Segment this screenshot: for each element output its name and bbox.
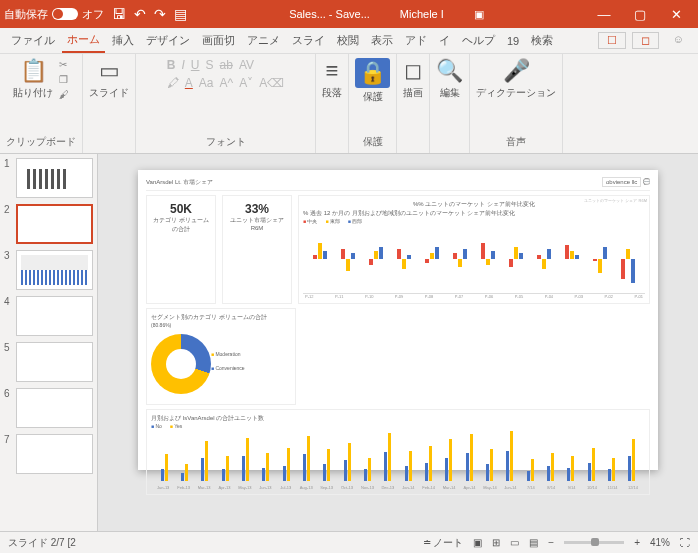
close-button[interactable]: ✕ bbox=[658, 7, 694, 22]
kpi-share: 33% ユニット市場シェア R6M bbox=[222, 195, 292, 304]
thumb-3[interactable]: 3 bbox=[4, 250, 93, 290]
tab-design[interactable]: デザイン bbox=[141, 29, 195, 52]
bold-button[interactable]: B bbox=[167, 58, 176, 72]
thumb-7[interactable]: 7 bbox=[4, 434, 93, 474]
editing-label: 編集 bbox=[440, 86, 460, 100]
ribbon-tabs: ファイル ホーム 挿入 デザイン 画面切 アニメ スライ 校閲 表示 アド イ … bbox=[0, 28, 698, 54]
save-icon[interactable]: 🖫 bbox=[112, 6, 126, 22]
tab-view[interactable]: 表示 bbox=[366, 29, 398, 52]
share-button[interactable]: ☐ bbox=[598, 32, 626, 49]
group-clipboard: 📋 貼り付け ✂ ❐ 🖌 クリップボード bbox=[0, 54, 83, 153]
grow-font-button[interactable]: A^ bbox=[220, 76, 234, 90]
tab-review[interactable]: 校閲 bbox=[332, 29, 364, 52]
italic-button[interactable]: I bbox=[181, 58, 184, 72]
underline-button[interactable]: U bbox=[191, 58, 200, 72]
new-slide-button[interactable]: ▭ スライド bbox=[89, 58, 129, 100]
group-paragraph: ≡ 段落 bbox=[316, 54, 349, 153]
thumb-1[interactable]: 1 bbox=[4, 158, 93, 198]
group-drawing: ◻ 描画 bbox=[397, 54, 430, 153]
tab-transitions[interactable]: 画面切 bbox=[197, 29, 240, 52]
editing-button[interactable]: 🔍 編集 bbox=[436, 58, 463, 100]
view-reading-icon[interactable]: ▭ bbox=[510, 537, 519, 548]
zoom-out-button[interactable]: − bbox=[548, 537, 554, 548]
status-bar: スライド 2/7 [2 ≐ ノート ▣ ⊞ ▭ ▤ − + 41% ⛶ bbox=[0, 531, 698, 553]
thumb-5[interactable]: 5 bbox=[4, 342, 93, 382]
paste-button[interactable]: 📋 貼り付け bbox=[13, 58, 53, 100]
tab-extra[interactable]: イ bbox=[434, 29, 455, 52]
fit-window-button[interactable]: ⛶ bbox=[680, 537, 690, 548]
maximize-button[interactable]: ▢ bbox=[622, 7, 658, 22]
view-sorter-icon[interactable]: ⊞ bbox=[492, 537, 500, 548]
thumb-2[interactable]: 2 bbox=[4, 204, 93, 244]
tab-slideshow[interactable]: スライ bbox=[287, 29, 330, 52]
tab-help[interactable]: ヘルプ bbox=[457, 29, 500, 52]
main-area: 1 2 3 4 5 6 7 VanArsdel Lt. 市場シェア obvien… bbox=[0, 154, 698, 531]
view-slideshow-icon[interactable]: ▤ bbox=[529, 537, 538, 548]
dictation-button[interactable]: 🎤 ディクテーション bbox=[476, 58, 556, 100]
strike-button[interactable]: ab bbox=[220, 58, 233, 72]
spacing-button[interactable]: AV bbox=[239, 58, 254, 72]
zoom-slider[interactable] bbox=[564, 541, 624, 544]
slide-title: VanArsdel Lt. 市場シェア bbox=[146, 178, 213, 187]
chart-yoy-share: %% ユニットのマーケット シェア前年比変化 % 過去 12 か月の 月別および… bbox=[298, 195, 650, 304]
autosave-label: 自動保存 bbox=[4, 7, 48, 22]
tab-home[interactable]: ホーム bbox=[62, 28, 105, 53]
protect-button[interactable]: 🔒 保護 bbox=[355, 58, 390, 104]
find-icon: 🔍 bbox=[436, 58, 463, 84]
donut-icon bbox=[151, 334, 211, 394]
legend-item: Moderation bbox=[211, 351, 245, 357]
zoom-level[interactable]: 41% bbox=[650, 537, 670, 548]
copy-icon[interactable]: ❐ bbox=[59, 74, 69, 85]
autosave-toggle[interactable]: 自動保存 オフ bbox=[4, 7, 104, 22]
tab-insert[interactable]: 挿入 bbox=[107, 29, 139, 52]
tab-19[interactable]: 19 bbox=[502, 31, 524, 51]
thumb-4[interactable]: 4 bbox=[4, 296, 93, 336]
paste-label: 貼り付け bbox=[13, 86, 53, 100]
drawing-label: 描画 bbox=[403, 86, 423, 100]
shadow-button[interactable]: S bbox=[206, 58, 214, 72]
highlight-button[interactable]: 🖍 bbox=[167, 76, 179, 90]
undo-icon[interactable]: ↶ bbox=[134, 6, 146, 22]
toggle-icon[interactable] bbox=[52, 8, 78, 20]
smiley-icon[interactable]: ☺ bbox=[665, 32, 692, 49]
chart-side-label: ユニットのマーケット シェア R6M bbox=[584, 198, 647, 203]
obvience-label: obvience llc bbox=[602, 177, 641, 187]
legend-item: Convenience bbox=[211, 365, 245, 371]
tab-file[interactable]: ファイル bbox=[6, 29, 60, 52]
document-title: Sales... - Save... bbox=[289, 8, 370, 21]
case-button[interactable]: Aa bbox=[199, 76, 214, 90]
redo-icon[interactable]: ↷ bbox=[154, 6, 166, 22]
kpi-volume: 50K カテゴリ ボリュームの合計 bbox=[146, 195, 216, 304]
group-label: 保護 bbox=[363, 135, 383, 149]
thumb-6[interactable]: 6 bbox=[4, 388, 93, 428]
cut-icon[interactable]: ✂ bbox=[59, 59, 69, 70]
comments-button[interactable]: ◻ bbox=[632, 32, 659, 49]
view-normal-icon[interactable]: ▣ bbox=[473, 537, 482, 548]
tab-search[interactable]: 検索 bbox=[526, 29, 558, 52]
clear-format-button[interactable]: A⌫ bbox=[259, 76, 284, 90]
zoom-in-button[interactable]: + bbox=[634, 537, 640, 548]
group-font: B I U S ab AV 🖍 A Aa A^ A˅ A⌫ フォント bbox=[136, 54, 316, 153]
paragraph-button[interactable]: ≡ 段落 bbox=[322, 58, 342, 100]
ribbon-display-icon[interactable]: ▣ bbox=[474, 8, 484, 21]
kpi-value: 33% bbox=[229, 202, 285, 216]
language-indicator[interactable]: [2 bbox=[67, 537, 75, 548]
legend-item: 中央 bbox=[303, 218, 317, 224]
current-slide[interactable]: VanArsdel Lt. 市場シェア obvience llc 💬 50K カ… bbox=[138, 170, 658, 470]
drawing-button[interactable]: ◻ 描画 bbox=[403, 58, 423, 100]
slideshow-icon[interactable]: ▤ bbox=[174, 6, 187, 22]
tab-addins[interactable]: アド bbox=[400, 29, 432, 52]
minimize-button[interactable]: — bbox=[586, 7, 622, 22]
slide-editor[interactable]: VanArsdel Lt. 市場シェア obvience llc 💬 50K カ… bbox=[98, 154, 698, 531]
slide-counter[interactable]: スライド 2/7 bbox=[8, 536, 65, 550]
title-bar: 自動保存 オフ 🖫 ↶ ↷ ▤ Sales... - Save... Miche… bbox=[0, 0, 698, 28]
format-painter-icon[interactable]: 🖌 bbox=[59, 89, 69, 100]
tab-animations[interactable]: アニメ bbox=[242, 29, 285, 52]
notes-button[interactable]: ≐ ノート bbox=[423, 536, 464, 550]
shrink-font-button[interactable]: A˅ bbox=[239, 76, 253, 90]
legend-item: No bbox=[151, 423, 162, 429]
slides-label: スライド bbox=[89, 86, 129, 100]
group-protect: 🔒 保護 保護 bbox=[349, 54, 397, 153]
dictation-label: ディクテーション bbox=[476, 86, 556, 100]
font-color-button[interactable]: A bbox=[185, 76, 193, 90]
